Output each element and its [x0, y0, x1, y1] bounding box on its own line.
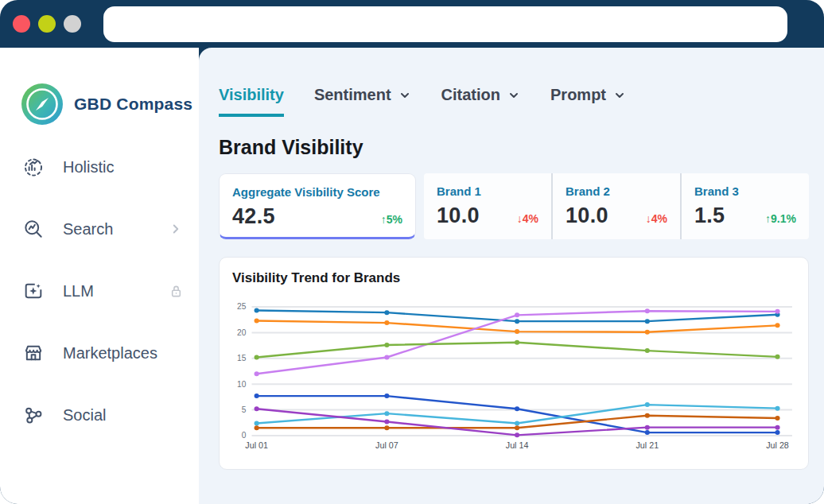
- chart-area: 0510152025Jul 01Jul 07Jul 14Jul 21Jul 28: [232, 294, 795, 461]
- stat-value: 1.5: [694, 204, 725, 228]
- sidebar-item-social[interactable]: Social: [21, 384, 199, 446]
- svg-text:20: 20: [237, 328, 247, 337]
- tab-sentiment[interactable]: Sentiment: [314, 86, 411, 117]
- svg-text:15: 15: [237, 354, 247, 362]
- browser-window: GBD Compass Holistic: [0, 0, 824, 504]
- svg-text:0: 0: [242, 432, 247, 440]
- svg-text:Jul 01: Jul 01: [245, 440, 268, 450]
- compass-logo-icon: [21, 83, 63, 125]
- stat-label: Brand 1: [437, 184, 538, 198]
- lock-icon: [167, 282, 185, 300]
- tab-prompt[interactable]: Prompt: [550, 86, 626, 117]
- stat-delta: ↓4%: [646, 212, 667, 225]
- stat-delta: ↓4%: [517, 212, 538, 225]
- svg-text:25: 25: [237, 303, 247, 312]
- sidebar-nav: Holistic Search: [21, 136, 199, 446]
- marketplaces-icon: [21, 341, 45, 365]
- sidebar-item-label: Social: [63, 406, 185, 425]
- tab-label: Visibility: [219, 86, 284, 104]
- sidebar-item-llm[interactable]: LLM: [21, 260, 199, 322]
- svg-text:10: 10: [237, 380, 247, 389]
- stat-value: 10.0: [437, 204, 480, 228]
- sidebar-item-label: Holistic: [63, 158, 185, 176]
- visibility-trend-card: Visibility Trend for Brands 0510152025Ju…: [219, 257, 809, 470]
- tab-bar: Visibility Sentiment Citation Prompt: [219, 48, 809, 117]
- close-window-button[interactable]: [13, 15, 30, 33]
- svg-text:5: 5: [242, 405, 247, 414]
- chevron-down-icon: [398, 89, 411, 102]
- sidebar-item-marketplaces[interactable]: Marketplaces: [21, 322, 199, 384]
- brand-1-card[interactable]: Brand 1 10.0 ↓4%: [424, 173, 551, 239]
- brand-2-card[interactable]: Brand 2 10.0 ↓4%: [551, 173, 680, 239]
- tab-label: Prompt: [550, 86, 606, 104]
- tab-visibility[interactable]: Visibility: [219, 86, 284, 117]
- maximize-window-button[interactable]: [64, 15, 81, 33]
- window-controls: [13, 15, 81, 33]
- brand-stats-strip: Brand 1 10.0 ↓4% Brand 2 10.0 ↓4%: [424, 173, 809, 239]
- chart-title: Visibility Trend for Brands: [232, 270, 795, 286]
- chevron-down-icon: [613, 89, 626, 102]
- tab-label: Sentiment: [314, 86, 391, 104]
- stats-row: Aggregate Visibility Score 42.5 ↑5% Bran…: [219, 173, 809, 239]
- svg-text:Jul 21: Jul 21: [635, 440, 659, 450]
- tab-citation[interactable]: Citation: [441, 86, 520, 117]
- llm-icon: [21, 279, 45, 303]
- chevron-down-icon: [507, 89, 520, 102]
- stat-delta: ↑5%: [381, 213, 402, 226]
- svg-text:Jul 14: Jul 14: [506, 440, 529, 450]
- stat-label: Brand 2: [566, 184, 667, 198]
- app-logo: GBD Compass: [21, 83, 199, 125]
- stat-delta: ↑9.1%: [765, 212, 796, 225]
- sidebar-item-label: Marketplaces: [63, 344, 185, 362]
- main-content: Visibility Sentiment Citation Prompt: [199, 48, 824, 504]
- url-bar[interactable]: [103, 6, 787, 42]
- aggregate-visibility-card[interactable]: Aggregate Visibility Score 42.5 ↑5%: [219, 173, 416, 239]
- browser-titlebar: [0, 0, 824, 48]
- minimize-window-button[interactable]: [38, 15, 56, 33]
- stat-label: Brand 3: [694, 184, 796, 198]
- search-icon: [21, 217, 45, 241]
- stat-value: 42.5: [232, 204, 275, 229]
- chevron-right-icon: [167, 220, 185, 238]
- visibility-trend-chart: 0510152025Jul 01Jul 07Jul 14Jul 21Jul 28: [232, 294, 795, 458]
- sidebar-item-label: LLM: [63, 282, 167, 300]
- social-icon: [21, 403, 45, 427]
- stat-value: 10.0: [566, 204, 608, 228]
- sidebar: GBD Compass Holistic: [0, 48, 199, 504]
- sidebar-item-search[interactable]: Search: [21, 198, 199, 260]
- sidebar-item-label: Search: [63, 220, 167, 238]
- stat-label: Aggregate Visibility Score: [232, 185, 402, 199]
- brand-3-card[interactable]: Brand 3 1.5 ↑9.1%: [680, 173, 809, 239]
- svg-text:Jul 28: Jul 28: [766, 440, 789, 450]
- app-name: GBD Compass: [74, 95, 192, 114]
- svg-text:Jul 07: Jul 07: [375, 440, 398, 450]
- page-title: Brand Visibility: [219, 136, 809, 159]
- tab-label: Citation: [441, 86, 500, 104]
- window-content: GBD Compass Holistic: [0, 48, 824, 504]
- holistic-icon: [21, 155, 45, 179]
- sidebar-item-holistic[interactable]: Holistic: [21, 136, 199, 198]
